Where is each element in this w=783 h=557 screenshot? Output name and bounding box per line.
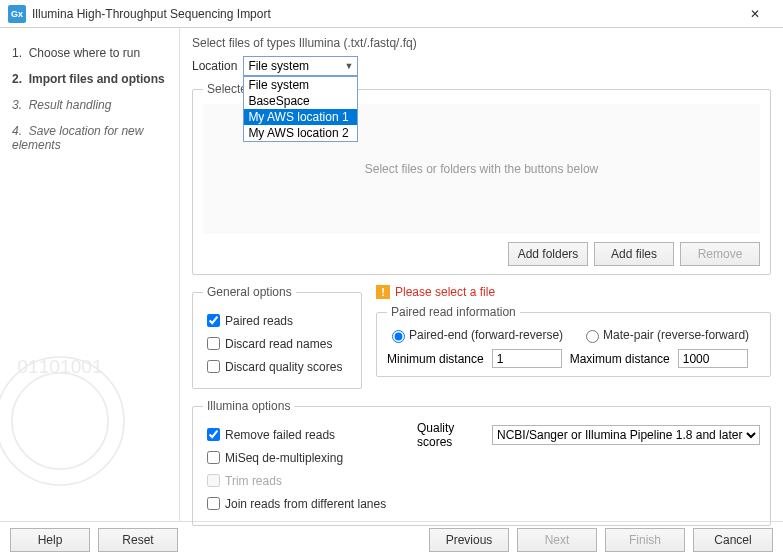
paired-read-legend: Paired read information bbox=[387, 305, 520, 319]
help-button[interactable]: Help bbox=[10, 528, 90, 552]
min-distance-input[interactable] bbox=[492, 349, 562, 368]
location-option-aws2[interactable]: My AWS location 2 bbox=[244, 125, 357, 141]
illumina-options-legend: Illumina options bbox=[203, 399, 294, 413]
min-distance-label: Minimum distance bbox=[387, 352, 484, 366]
illumina-options-group: Illumina options Remove failed reads MiS… bbox=[192, 399, 771, 526]
mate-pair-radio[interactable]: Mate-pair (reverse-forward) bbox=[581, 327, 749, 343]
wizard-content: Select files of types Illumina (.txt/.fa… bbox=[180, 28, 783, 521]
footer-bar: Help Reset Previous Next Finish Cancel bbox=[0, 521, 783, 557]
location-value: File system bbox=[248, 59, 309, 73]
max-distance-input[interactable] bbox=[678, 349, 748, 368]
warning-message: ! Please select a file bbox=[376, 285, 771, 299]
window-title: Illumina High-Throughput Sequencing Impo… bbox=[32, 7, 735, 21]
location-option-basespace[interactable]: BaseSpace bbox=[244, 93, 357, 109]
step-2: 2. Import files and options bbox=[10, 66, 169, 92]
svg-text:01101001: 01101001 bbox=[17, 356, 102, 377]
finish-button[interactable]: Finish bbox=[605, 528, 685, 552]
add-folders-button[interactable]: Add folders bbox=[508, 242, 588, 266]
step-3: 3. Result handling bbox=[10, 92, 169, 118]
trim-reads-checkbox: Trim reads bbox=[203, 471, 403, 490]
location-combo[interactable]: File system ▼ File system BaseSpace My A… bbox=[243, 56, 358, 76]
close-icon[interactable]: ✕ bbox=[735, 0, 775, 28]
chevron-down-icon: ▼ bbox=[344, 61, 353, 71]
paired-end-radio[interactable]: Paired-end (forward-reverse) bbox=[387, 327, 563, 343]
svg-point-1 bbox=[12, 373, 108, 469]
discard-names-checkbox[interactable]: Discard read names bbox=[203, 334, 351, 353]
location-dropdown-list[interactable]: File system BaseSpace My AWS location 1 … bbox=[243, 76, 358, 142]
instruction-text: Select files of types Illumina (.txt/.fa… bbox=[192, 36, 771, 50]
paired-read-info-group: Paired read information Paired-end (forw… bbox=[376, 305, 771, 377]
reset-button[interactable]: Reset bbox=[98, 528, 178, 552]
location-label: Location bbox=[192, 59, 237, 73]
step-1: 1. Choose where to run bbox=[10, 40, 169, 66]
cancel-button[interactable]: Cancel bbox=[693, 528, 773, 552]
general-options-group: General options Paired reads Discard rea… bbox=[192, 285, 362, 389]
quality-scores-select[interactable]: NCBI/Sanger or Illumina Pipeline 1.8 and… bbox=[492, 425, 760, 445]
join-reads-checkbox[interactable]: Join reads from different lanes bbox=[203, 494, 403, 513]
quality-scores-label: Quality scores bbox=[417, 421, 486, 449]
remove-button[interactable]: Remove bbox=[680, 242, 760, 266]
discard-quality-checkbox[interactable]: Discard quality scores bbox=[203, 357, 351, 376]
app-icon: Gx bbox=[8, 5, 26, 23]
location-option-aws1[interactable]: My AWS location 1 bbox=[244, 109, 357, 125]
paired-reads-checkbox[interactable]: Paired reads bbox=[203, 311, 351, 330]
decorative-ring-icon: 01101001 bbox=[0, 341, 140, 501]
previous-button[interactable]: Previous bbox=[429, 528, 509, 552]
step-4: 4. Save location for new elements bbox=[10, 118, 169, 158]
miseq-checkbox[interactable]: MiSeq de-multiplexing bbox=[203, 448, 403, 467]
remove-failed-checkbox[interactable]: Remove failed reads bbox=[203, 425, 403, 444]
location-option-filesystem[interactable]: File system bbox=[244, 77, 357, 93]
add-files-button[interactable]: Add files bbox=[594, 242, 674, 266]
max-distance-label: Maximum distance bbox=[570, 352, 670, 366]
title-bar: Gx Illumina High-Throughput Sequencing I… bbox=[0, 0, 783, 28]
general-options-legend: General options bbox=[203, 285, 296, 299]
warning-icon: ! bbox=[376, 285, 390, 299]
next-button[interactable]: Next bbox=[517, 528, 597, 552]
wizard-sidebar: 1. Choose where to run 2. Import files a… bbox=[0, 28, 180, 521]
